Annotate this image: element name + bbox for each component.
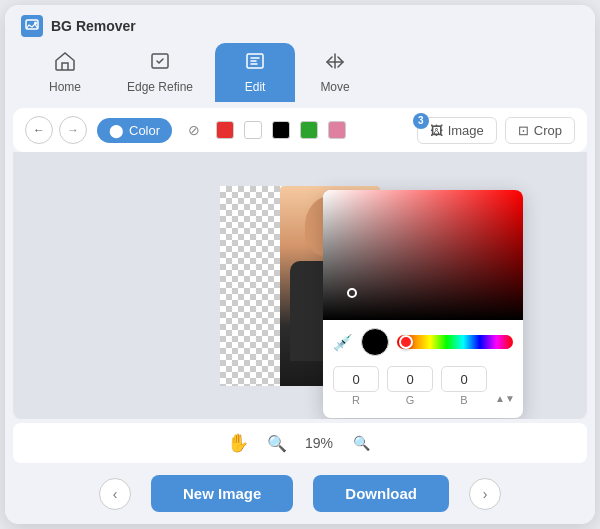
prev-button[interactable]: ‹ bbox=[99, 478, 131, 510]
r-label: R bbox=[352, 394, 360, 406]
undo-redo-group: ← → bbox=[25, 116, 87, 144]
hue-slider[interactable] bbox=[397, 335, 513, 349]
tab-edge-refine-label: Edge Refine bbox=[127, 80, 193, 94]
r-input[interactable] bbox=[333, 366, 379, 392]
redo-button[interactable]: → bbox=[59, 116, 87, 144]
app-icon bbox=[21, 15, 43, 37]
nav-tabs: Home Edge Refine Edit bbox=[5, 43, 595, 102]
image-tab-wrapper: 3 🖼 Image bbox=[417, 117, 497, 144]
tab-home[interactable]: Home bbox=[25, 43, 105, 102]
swatch-green[interactable] bbox=[300, 121, 318, 139]
zoom-out-button[interactable]: 🔍 bbox=[349, 431, 373, 455]
undo-button[interactable]: ← bbox=[25, 116, 53, 144]
status-bar: ✋ 🔍 19% 🔍 bbox=[13, 423, 587, 463]
action-bar: ‹ New Image Download › bbox=[5, 467, 595, 524]
color-picker-popup: 💉 R G B ▲▼ bbox=[323, 190, 523, 418]
toolbar-right: 3 🖼 Image ⊡ Crop bbox=[417, 117, 575, 144]
color-picker-circle[interactable] bbox=[347, 288, 357, 298]
image-tab-button[interactable]: 🖼 Image bbox=[417, 117, 497, 144]
zoom-in-button[interactable]: 🔍 bbox=[265, 431, 289, 455]
rgb-inputs: R G B ▲▼ bbox=[323, 360, 523, 408]
tab-edit[interactable]: Edit bbox=[215, 43, 295, 102]
swatch-white[interactable] bbox=[244, 121, 262, 139]
app-window: BG Remover Home Edge Refine bbox=[5, 5, 595, 524]
swatch-red[interactable] bbox=[216, 121, 234, 139]
next-button[interactable]: › bbox=[469, 478, 501, 510]
hand-icon[interactable]: ✋ bbox=[227, 432, 249, 454]
b-field: B bbox=[441, 366, 487, 406]
eyedropper-icon[interactable]: 💉 bbox=[333, 333, 353, 352]
toolbar: ← → ⬤ Color ⊘ 3 🖼 Image ⊡ Crop bbox=[13, 108, 587, 152]
swatch-pink[interactable] bbox=[328, 121, 346, 139]
tab-move-label: Move bbox=[320, 80, 349, 94]
swatch-black[interactable] bbox=[272, 121, 290, 139]
tab-home-label: Home bbox=[49, 80, 81, 94]
r-field: R bbox=[333, 366, 379, 406]
color-circle-icon: ⬤ bbox=[109, 123, 124, 138]
home-icon bbox=[54, 51, 76, 76]
edge-refine-icon bbox=[149, 51, 171, 76]
title-bar: BG Remover bbox=[5, 5, 595, 43]
badge-3: 3 bbox=[413, 113, 429, 129]
b-input[interactable] bbox=[441, 366, 487, 392]
b-label: B bbox=[460, 394, 467, 406]
image-tab-label: Image bbox=[448, 123, 484, 138]
no-color-icon[interactable]: ⊘ bbox=[182, 118, 206, 142]
g-label: G bbox=[406, 394, 415, 406]
crop-tab-label: Crop bbox=[534, 123, 562, 138]
new-image-button[interactable]: New Image bbox=[151, 475, 293, 512]
move-icon bbox=[324, 51, 346, 76]
picker-controls: 💉 bbox=[323, 320, 523, 360]
app-title: BG Remover bbox=[51, 18, 136, 34]
hue-thumb bbox=[399, 335, 413, 349]
tab-edge-refine[interactable]: Edge Refine bbox=[105, 43, 215, 102]
color-gradient-picker[interactable] bbox=[323, 190, 523, 320]
crop-tab-button[interactable]: ⊡ Crop bbox=[505, 117, 575, 144]
download-button[interactable]: Download bbox=[313, 475, 449, 512]
tab-edit-label: Edit bbox=[245, 80, 266, 94]
crop-icon: ⊡ bbox=[518, 123, 529, 138]
g-input[interactable] bbox=[387, 366, 433, 392]
mode-arrows[interactable]: ▲▼ bbox=[495, 394, 515, 404]
color-preview-circle bbox=[361, 328, 389, 356]
color-label: Color bbox=[129, 123, 160, 138]
svg-point-1 bbox=[34, 22, 37, 25]
color-button[interactable]: ⬤ Color bbox=[97, 118, 172, 143]
edit-icon bbox=[244, 51, 266, 76]
g-field: G bbox=[387, 366, 433, 406]
image-icon: 🖼 bbox=[430, 123, 443, 138]
tab-move[interactable]: Move bbox=[295, 43, 375, 102]
mode-selector: ▲▼ bbox=[495, 366, 515, 406]
canvas-area: 💉 R G B ▲▼ bbox=[13, 152, 587, 419]
zoom-level: 19% bbox=[305, 435, 333, 451]
